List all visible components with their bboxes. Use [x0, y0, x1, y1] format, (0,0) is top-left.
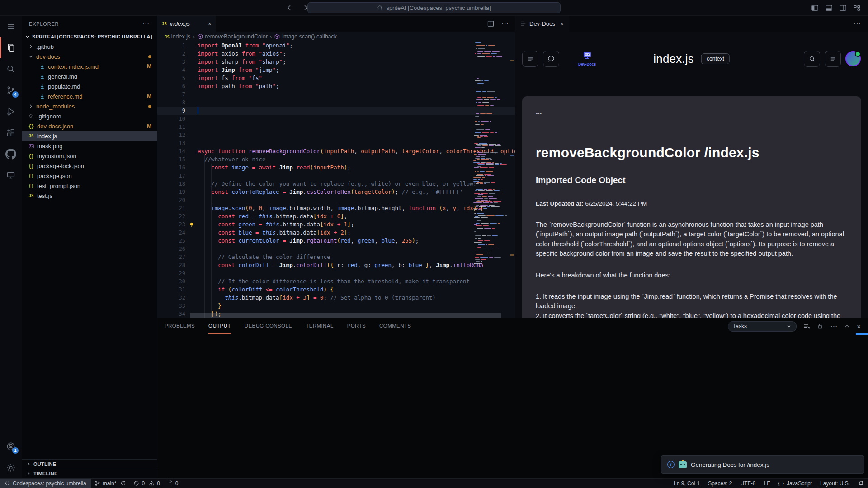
status-notifications-bell[interactable] — [854, 479, 868, 488]
command-center-search[interactable]: spriteAI [Codespaces: psychic umbrella] — [307, 2, 561, 13]
panel-tab-terminal[interactable]: TERMINAL — [306, 318, 333, 334]
code-line[interactable]: 31 if (colorDiff <= colorThreshold) { — [157, 286, 515, 294]
code-line[interactable]: 2import axios from "axios"; — [157, 50, 515, 58]
tree-item-dev-docs-json[interactable]: {}dev-docs.jsonM — [22, 121, 157, 131]
tree-item-reference-md[interactable]: reference.mdM — [22, 91, 157, 101]
github-icon[interactable] — [0, 143, 22, 164]
code-line[interactable]: 17 — [157, 172, 515, 180]
panel-tab-debug-console[interactable]: DEBUG CONSOLE — [245, 318, 292, 334]
devdocs-logo[interactable]: Dev-Docs — [578, 52, 596, 66]
status-cursor-position[interactable]: Ln 9, Col 1 — [670, 479, 704, 488]
tree-item-context-index-js-md[interactable]: context-index.js.mdM — [22, 61, 157, 71]
code-line[interactable]: 10 — [157, 115, 515, 123]
tree-item-mask-png[interactable]: mask.png — [22, 141, 157, 151]
code-line[interactable]: 32 this.bitmap.data[idx + 3] = 0; // Set… — [157, 294, 515, 302]
tree-item-dev-docs[interactable]: dev-docs — [22, 52, 157, 61]
devdocs-more-actions-icon[interactable]: ⋯ — [854, 19, 861, 28]
status-eol[interactable]: LF — [760, 479, 774, 488]
editor-more-actions-icon[interactable]: ⋯ — [501, 19, 509, 28]
code-line[interactable]: 15 //whatever ok nice — [157, 155, 515, 164]
tree-item-test-prompt-json[interactable]: {}test_prompt.json — [22, 181, 157, 191]
devdocs-menu-button[interactable] — [522, 51, 538, 67]
panel-more-actions-icon[interactable]: ⋯ — [830, 322, 837, 331]
code-line[interactable]: 9 — [157, 107, 515, 115]
maximize-panel-icon[interactable] — [844, 324, 850, 329]
settings-gear-icon[interactable] — [0, 457, 22, 478]
code-line[interactable]: 6import path from "path"; — [157, 82, 515, 90]
code-line[interactable]: 33 } — [157, 302, 515, 310]
toggle-panel-icon[interactable] — [825, 5, 833, 11]
panel-tab-ports[interactable]: PORTS — [347, 318, 366, 334]
status-encoding[interactable]: UTF-8 — [736, 479, 760, 488]
panel-tab-output[interactable]: OUTPUT — [208, 318, 231, 334]
tree-item-index-js[interactable]: JSindex.js — [22, 131, 157, 141]
output-channel-select[interactable]: Tasks — [728, 321, 797, 332]
run-debug-icon[interactable] — [0, 101, 22, 122]
close-tab-icon[interactable]: × — [208, 20, 212, 28]
account-icon[interactable]: 1 — [0, 436, 22, 457]
code-line[interactable]: 22 const red = this.bitmap.data[idx + 0]… — [157, 212, 515, 221]
remote-explorer-icon[interactable] — [0, 164, 22, 186]
breadcrumb-item[interactable]: removeBackgroundColor — [197, 33, 268, 40]
tree-item-package-lock-json[interactable]: {}package-lock.json — [22, 161, 157, 171]
code-line[interactable]: 30 // If the color difference is less th… — [157, 277, 515, 286]
status-ports[interactable]: 0 — [164, 479, 182, 488]
tree-item-test-js[interactable]: JStest.js — [22, 191, 157, 201]
explorer-icon[interactable] — [0, 37, 22, 58]
tab-dev-docs[interactable]: Dev-Docs × — [515, 16, 569, 32]
code-line[interactable]: 11 — [157, 123, 515, 131]
status-branch[interactable]: main* — [91, 479, 130, 488]
devdocs-list-button[interactable] — [825, 51, 841, 67]
section-outline[interactable]: OUTLINE — [22, 459, 157, 469]
devdocs-search-button[interactable] — [804, 51, 820, 67]
status-remote[interactable]: Codespaces: psychic umbrella — [0, 479, 91, 488]
source-control-icon[interactable]: 4 — [0, 80, 22, 101]
tree-item-node-modules[interactable]: node_modules — [22, 101, 157, 111]
code-line[interactable]: 5import fs from "fs" — [157, 74, 515, 82]
customize-layout-icon[interactable] — [853, 5, 861, 11]
tree-item-mycustom-json[interactable]: {}mycustom.json — [22, 151, 157, 161]
notification-toast[interactable]: i Generating Docs for /index.js — [661, 455, 864, 474]
back-icon[interactable] — [286, 4, 293, 11]
split-editor-icon[interactable] — [487, 20, 494, 27]
explorer-actions-icon[interactable]: ⋯ — [142, 20, 150, 28]
extensions-icon[interactable] — [0, 122, 22, 143]
code-line[interactable]: 4import Jimp from "jimp"; — [157, 66, 515, 74]
code-line[interactable]: 1import OpenAI from "openai"; — [157, 42, 515, 50]
breadcrumb-item[interactable]: JSindex.js — [165, 33, 190, 40]
context-badge[interactable]: context — [701, 53, 730, 64]
section-timeline[interactable]: TIMELINE — [22, 469, 157, 478]
code-line[interactable]: 27 // Calculate the color difference — [157, 253, 515, 261]
close-panel-icon[interactable]: × — [857, 323, 861, 330]
code-line[interactable]: 23 const green = this.bitmap.data[idx + … — [157, 221, 515, 229]
code-line[interactable]: 26 — [157, 245, 515, 253]
code-line[interactable]: 25 const currentColor = Jimp.rgbaToInt(r… — [157, 237, 515, 245]
tree-item--github[interactable]: .github — [22, 42, 157, 52]
status-layout[interactable]: Layout: U.S. — [816, 479, 854, 488]
tree-item-package-json[interactable]: {}package.json — [22, 171, 157, 181]
devdocs-chat-button[interactable] — [543, 51, 559, 67]
code-line[interactable]: 19 const colorToReplace = Jimp.cssColorT… — [157, 188, 515, 196]
tree-item--gitignore[interactable]: .gitignore — [22, 111, 157, 121]
horizontal-scrollbar[interactable] — [190, 313, 501, 318]
code-line[interactable]: 24 const blue = this.bitmap.data[idx + 2… — [157, 229, 515, 237]
tree-item-general-md[interactable]: general.md — [22, 71, 157, 81]
panel-tab-comments[interactable]: COMMENTS — [379, 318, 411, 334]
forward-icon[interactable] — [302, 4, 309, 11]
search-view-icon[interactable] — [0, 58, 22, 80]
tree-item-populate-md[interactable]: populate.md — [22, 81, 157, 91]
user-avatar[interactable] — [845, 51, 861, 66]
close-devdocs-icon[interactable]: × — [560, 20, 564, 28]
status-problems[interactable]: 00 — [130, 479, 163, 488]
menu-icon[interactable] — [0, 16, 22, 37]
toggle-sidebar-icon[interactable] — [811, 5, 819, 11]
code-line[interactable]: 7 — [157, 90, 515, 99]
status-language[interactable]: { }JavaScript — [774, 479, 816, 488]
code-line[interactable]: 3import sharp from "sharp"; — [157, 58, 515, 66]
code-line[interactable]: 21 image.scan(0, 0, image.bitmap.width, … — [157, 204, 515, 212]
code-line[interactable]: 20 — [157, 196, 515, 204]
code-line[interactable]: 14async function removeBackgroundColor(i… — [157, 147, 515, 155]
code-line[interactable]: 18 // Define the color you want to repla… — [157, 180, 515, 188]
breadcrumb-item[interactable]: image.scan() callback — [274, 33, 337, 40]
code-line[interactable]: 12 — [157, 131, 515, 139]
